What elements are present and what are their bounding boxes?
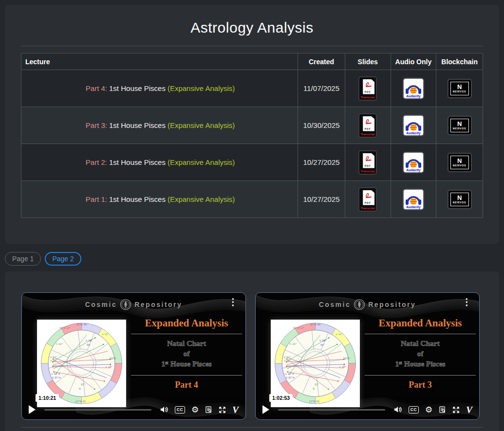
- nervos-blockchain-button[interactable]: N NERVOS: [448, 79, 472, 98]
- pdf-transcript-button[interactable]: PDF Transcript: [358, 113, 377, 138]
- headphones-waveform-icon: [404, 190, 423, 206]
- svg-text:☉ 12°♓: ☉ 12°♓: [285, 372, 294, 375]
- volume-icon[interactable]: [394, 406, 402, 413]
- svg-text:♑ 09°: ♑ 09°: [319, 339, 326, 342]
- transcript-icon[interactable]: [439, 406, 446, 413]
- svg-text:00': 00': [320, 343, 324, 346]
- video-subtitle-line: of: [363, 349, 478, 359]
- pdf-transcript-button[interactable]: PDF Transcript: [358, 76, 377, 101]
- lecture-title-label: 1st House Pisces: [109, 84, 166, 92]
- progress-bar[interactable]: [278, 409, 385, 411]
- settings-gear-icon[interactable]: ⚙: [425, 406, 432, 414]
- svg-text:☿ 25°♓: ☿ 25°♓: [52, 376, 61, 379]
- brand-logo: Cosmic Repository: [256, 299, 479, 310]
- vimeo-logo-icon[interactable]: V: [232, 405, 239, 414]
- audacity-icon: Audacity: [403, 189, 424, 210]
- audacity-audio-button[interactable]: Audacity: [403, 189, 424, 210]
- svg-text:♑ 16°: ♑ 16°: [56, 342, 63, 345]
- vimeo-logo-icon[interactable]: V: [466, 405, 472, 414]
- title-card-divider: [131, 375, 242, 376]
- headphones-waveform-icon: [404, 116, 423, 132]
- cosmic-repository-logo-icon: [120, 299, 131, 310]
- brand-logo: Cosmic Repository: [22, 299, 245, 310]
- pagination: Page 1 Page 2: [5, 251, 504, 266]
- svg-text:17°♉ 05': 17°♉ 05': [75, 400, 86, 403]
- page-title: Astrology Analysis: [21, 5, 483, 46]
- audacity-icon: Audacity: [403, 115, 424, 136]
- svg-text:♂ 07°: ♂ 07°: [50, 356, 57, 359]
- svg-text:♌ 18°: ♌ 18°: [339, 365, 346, 368]
- table-header-row: Lecture Created Slides Audio Only Blockc…: [21, 54, 483, 70]
- lectures-panel: Astrology Analysis Lecture Created Slide…: [5, 5, 499, 244]
- page-1-button[interactable]: Page 1: [5, 252, 41, 266]
- audacity-audio-button[interactable]: Audacity: [403, 152, 424, 173]
- play-button[interactable]: [262, 405, 269, 414]
- play-button[interactable]: [29, 405, 36, 414]
- svg-text:17°♏ 05': 17°♏ 05': [76, 323, 87, 326]
- headphones-waveform-icon: [404, 79, 423, 95]
- acrobat-swirl-icon: [364, 80, 373, 90]
- svg-text:♋: ♋: [313, 387, 315, 390]
- video-player-part-3[interactable]: Cosmic Repository ⋮ 17°♏ 05'09°♐ 17'♑ 09…: [255, 292, 480, 420]
- title-card-divider: [365, 334, 476, 334]
- nervos-blockchain-button[interactable]: N NERVOS: [448, 153, 472, 172]
- progress-bar[interactable]: [44, 409, 151, 411]
- transcript-icon[interactable]: [205, 406, 212, 413]
- lecture-link[interactable]: Part 2:1st House Pisces(Expansive Analys…: [86, 158, 235, 166]
- header-lecture: Lecture: [21, 54, 298, 70]
- lecture-link[interactable]: Part 4:1st House Pisces(Expansive Analys…: [86, 84, 235, 92]
- video-heading: Expanded Analysis: [129, 317, 244, 329]
- svg-text:☿ 25°♓: ☿ 25°♓: [286, 376, 295, 379]
- closed-captions-icon[interactable]: CC: [175, 406, 185, 413]
- video-subtitle-line: Natal Chart: [129, 339, 244, 348]
- lecture-link[interactable]: Part 3:1st House Pisces(Expansive Analys…: [86, 121, 235, 129]
- svg-text:04°♍: 04°♍: [343, 357, 350, 359]
- video-player-part-4[interactable]: Cosmic Repository ⋮ 17°♏ 05'09°♐ 17'♑ 09…: [21, 292, 246, 420]
- audacity-icon: Audacity: [403, 152, 424, 173]
- fullscreen-icon[interactable]: [452, 406, 460, 413]
- nervos-icon: N NERVOS: [448, 116, 472, 135]
- brand-left-text: Cosmic: [319, 301, 351, 308]
- svg-text:♋: ♋: [79, 387, 81, 390]
- brand-right-text: Repository: [368, 301, 416, 308]
- page-2-button[interactable]: Page 2: [45, 252, 81, 266]
- table-row: Part 4:1st House Pisces(Expansive Analys…: [21, 70, 483, 107]
- volume-icon[interactable]: [160, 406, 168, 413]
- header-audio-only: Audio Only: [391, 54, 436, 70]
- video-subtitle-line: 1ˢᵗ House Pisces: [363, 359, 478, 369]
- audacity-audio-button[interactable]: Audacity: [403, 78, 424, 99]
- duration-tooltip: 1:10:21: [36, 394, 59, 402]
- kebab-menu-icon[interactable]: ⋮: [460, 296, 473, 308]
- svg-text:♎ 05°: ♎ 05°: [336, 333, 343, 336]
- svg-text:♑ 09°: ♑ 09°: [85, 339, 93, 342]
- settings-gear-icon[interactable]: ⚙: [191, 406, 199, 414]
- svg-text:04°♍: 04°♍: [110, 357, 116, 359]
- acrobat-swirl-icon: [364, 154, 373, 164]
- audacity-icon: Audacity: [403, 78, 424, 99]
- svg-text:♀ 14°: ♀ 14°: [50, 359, 57, 362]
- svg-text:00': 00': [87, 343, 91, 346]
- svg-text:♎ 05°: ♎ 05°: [102, 333, 109, 336]
- video-subtitle-line: Natal Chart: [363, 339, 478, 348]
- player-controls: CC ⚙ V: [22, 404, 245, 415]
- created-date: 11/07/2025: [303, 84, 339, 92]
- closed-captions-icon[interactable]: CC: [409, 406, 419, 413]
- bottom-section-divider: [21, 427, 483, 428]
- pdf-transcript-button[interactable]: PDF Transcript: [358, 150, 377, 175]
- fullscreen-icon[interactable]: [219, 406, 226, 413]
- pdf-transcript-button[interactable]: PDF Transcript: [358, 187, 377, 212]
- video-title-card: Expanded Analysis Natal Chart of 1ˢᵗ Hou…: [363, 317, 478, 390]
- lecture-note-label: (Expansive Analysis): [168, 84, 235, 92]
- kebab-menu-icon[interactable]: ⋮: [226, 296, 240, 308]
- video-subtitle-line: 1ˢᵗ House Pisces: [129, 359, 244, 369]
- svg-text:☉ 12°♓: ☉ 12°♓: [51, 372, 60, 375]
- video-heading: Expanded Analysis: [363, 317, 478, 329]
- svg-text:17°♉ 05': 17°♉ 05': [309, 400, 320, 403]
- lecture-link[interactable]: Part 1:1st House Pisces(Expansive Analys…: [86, 195, 235, 203]
- nervos-icon: N NERVOS: [448, 79, 472, 98]
- nervos-blockchain-button[interactable]: N NERVOS: [448, 190, 472, 209]
- nervos-blockchain-button[interactable]: N NERVOS: [448, 116, 472, 135]
- table-row: Part 2:1st House Pisces(Expansive Analys…: [21, 144, 483, 181]
- brand-right-text: Repository: [134, 301, 182, 308]
- audacity-audio-button[interactable]: Audacity: [403, 115, 424, 136]
